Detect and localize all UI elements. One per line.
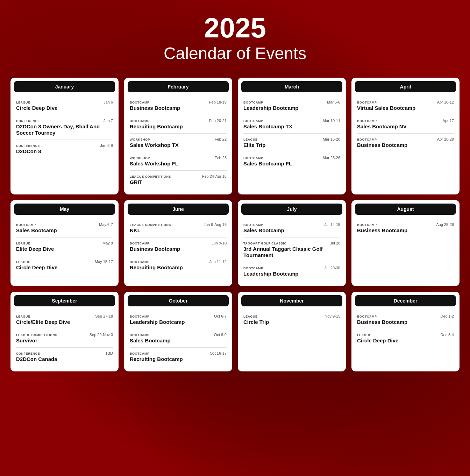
event-title: Business Bootcamp	[357, 227, 454, 234]
month-card-march: MarchBOOTCAMPMar 5-6Leadership BootcampB…	[238, 78, 346, 194]
event-title: Leadership Bootcamp	[243, 271, 340, 277]
event-date: Feb 20-21	[209, 119, 227, 123]
month-card-june: JuneLEAGUE COMPETITIONSJun 9-Aug 15NKLBO…	[124, 200, 232, 286]
event-type: BOOTCAMP	[357, 223, 377, 227]
event-date: Nov 9-15	[325, 314, 340, 318]
event-date: Oct 16-17	[210, 351, 227, 355]
event-title: Sales Workshop FL	[130, 161, 227, 167]
month-body-october: BOOTCAMPOct 6-7Leadership BootcampBOOTCA…	[124, 306, 232, 371]
event-date: Jul 29-30	[325, 266, 340, 270]
month-card-january: JanuaryLEAGUEJan 6Circle Deep DiveCONFER…	[10, 78, 119, 194]
event-title: Sales Bootcamp	[16, 227, 113, 234]
event-type: BOOTCAMP	[130, 119, 150, 123]
event-meta: BOOTCAMPOct 6-7	[130, 314, 227, 318]
event-item: BOOTCAMPJun 11-12Recruiting Bootcamp	[130, 256, 227, 274]
event-date: Mar 5-6	[327, 100, 340, 104]
event-item: BOOTCAMPAug 25-26Business Bootcamp	[357, 219, 454, 237]
event-type: BOOTCAMP	[243, 223, 263, 227]
month-header-july: July	[241, 204, 342, 215]
month-body-december: BOOTCAMPDec 1-2Business BootcampLEAGUEDe…	[351, 306, 460, 353]
event-type: LEAGUE	[243, 315, 258, 318]
event-item: LEAGUEMay 8Elite Deep Dive	[16, 237, 113, 256]
event-title: Recruiting Bootcamp	[130, 264, 227, 271]
event-title: Elite Trip	[243, 142, 340, 148]
event-date: Jan 6	[104, 100, 113, 104]
page-header: 2025 Calendar of Events	[10, 14, 460, 64]
event-title: Recruiting Bootcamp	[130, 123, 227, 130]
event-item: LEAGUEMar 16-20Elite Trip	[243, 134, 340, 152]
event-type: LEAGUE	[16, 315, 30, 318]
event-title: Business Bootcamp	[130, 246, 227, 252]
event-title: D2DCon 8	[16, 148, 113, 155]
event-title: Sales Bootcamp NV	[357, 123, 454, 130]
month-header-april: April	[355, 81, 456, 92]
event-date: Mar 10-11	[323, 119, 340, 123]
event-date: Oct 6-7	[214, 314, 227, 318]
month-body-march: BOOTCAMPMar 5-6Leadership BootcampBOOTCA…	[238, 92, 346, 176]
event-title: 3rd Annual Taggart Classic Golf Tourname…	[243, 246, 340, 258]
event-meta: LEAGUE COMPETITIONSFeb 24-Apr 18	[130, 174, 227, 178]
event-date: Jan 8-9	[100, 143, 113, 148]
event-item: BOOTCAMPDec 1-2Business Bootcamp	[357, 311, 454, 329]
event-item: BOOTCAMPMar 10-11Sales Bootcamp TX	[243, 115, 340, 134]
event-meta: BOOTCAMPFeb 20-21	[130, 119, 227, 123]
event-date: Jun 11-12	[209, 260, 227, 264]
page-year: 2025	[10, 14, 460, 42]
month-card-july: JulyBOOTCAMPJul 14-15Sales BootcampTAGGA…	[238, 200, 346, 286]
event-meta: LEAGUE COMPETITIONSJun 9-Aug 15	[130, 222, 227, 227]
event-title: Business Bootcamp	[357, 319, 454, 325]
event-type: BOOTCAMP	[357, 101, 377, 104]
event-item: LEAGUESep 17-18Circle/Elite Deep Dive	[16, 311, 113, 329]
month-card-february: FebruaryBOOTCAMPFeb 18-19Business Bootca…	[124, 78, 232, 194]
event-date: Apr 10-12	[437, 100, 454, 104]
event-meta: BOOTCAMPFeb 18-19	[130, 100, 227, 104]
event-meta: BOOTCAMPOct 8-9	[130, 333, 227, 337]
event-meta: BOOTCAMPJul 14-15	[243, 222, 340, 227]
event-type: BOOTCAMP	[243, 101, 263, 104]
event-type: WORKSHOP	[130, 138, 150, 141]
event-meta: LEAGUESep 17-18	[16, 314, 113, 318]
event-date: Dec 3-4	[440, 333, 454, 337]
event-item: BOOTCAMPFeb 20-21Recruiting Bootcamp	[130, 115, 227, 134]
event-item: BOOTCAMPJun 9-10Business Bootcamp	[130, 237, 227, 256]
event-meta: LEAGUEMay 15-17	[16, 260, 113, 264]
event-title: Recruiting Bootcamp	[130, 356, 227, 362]
month-header-december: December	[355, 295, 456, 306]
event-date: May 6-7	[99, 222, 113, 227]
event-type: BOOTCAMP	[130, 260, 150, 264]
event-item: CONFERENCEJan 8-9D2DCon 8	[16, 140, 113, 158]
event-meta: BOOTCAMPMay 6-7	[16, 222, 113, 227]
event-date: Sep 29-Nov 3	[90, 333, 113, 337]
event-date: Jun 9-Aug 15	[204, 222, 227, 227]
event-item: BOOTCAMPJul 29-30Leadership Bootcamp	[243, 262, 340, 280]
event-date: Jun 9-10	[212, 241, 227, 245]
event-meta: BOOTCAMPJun 11-12	[130, 260, 227, 264]
event-item: BOOTCAMPOct 8-9Sales Bootcamp	[130, 329, 227, 348]
event-meta: WORKSHOPFeb 22	[130, 137, 227, 141]
calendar-grid: JanuaryLEAGUEJan 6Circle Deep DiveCONFER…	[10, 78, 460, 371]
event-type: BOOTCAMP	[130, 101, 150, 104]
event-title: Circle Deep Dive	[16, 264, 113, 271]
month-body-may: BOOTCAMPMay 6-7Sales BootcampLEAGUEMay 8…	[10, 215, 119, 280]
event-item: LEAGUE COMPETITIONSSep 29-Nov 3Survivor	[16, 329, 113, 348]
month-card-april: AprilBOOTCAMPApr 10-12Virtual Sales Boot…	[351, 78, 460, 194]
event-item: BOOTCAMPOct 16-17Recruiting Bootcamp	[130, 348, 227, 366]
event-date: Jul 28	[330, 241, 340, 245]
event-title: Circle/Elite Deep Dive	[16, 319, 113, 325]
event-type: BOOTCAMP	[16, 223, 36, 227]
event-meta: BOOTCAMPMar 10-11	[243, 119, 340, 123]
event-meta: CONFERENCEJan 7	[16, 119, 113, 123]
month-header-september: September	[14, 295, 115, 306]
month-body-august: BOOTCAMPAug 25-26Business Bootcamp	[351, 215, 460, 243]
event-date: Feb 18-19	[209, 100, 227, 104]
event-meta: CONFERENCEJan 8-9	[16, 143, 113, 148]
event-title: Sales Bootcamp	[243, 227, 340, 234]
event-type: BOOTCAMP	[357, 315, 377, 318]
event-type: LEAGUE COMPETITIONS	[130, 223, 171, 227]
event-date: TBD	[105, 351, 113, 355]
event-item: CONFERENCEJan 7D2DCon 8 Owners Day, Bbal…	[16, 115, 113, 140]
event-meta: BOOTCAMPApr 28-29	[357, 137, 454, 141]
event-date: May 15-17	[95, 260, 113, 264]
event-date: Feb 22	[215, 137, 227, 141]
event-meta: TAGGART GOLF CLASSICJul 28	[243, 241, 340, 245]
